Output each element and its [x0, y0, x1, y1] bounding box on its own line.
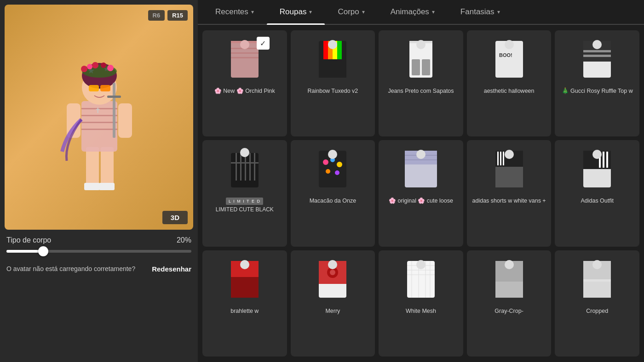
- svg-rect-76: [495, 167, 523, 187]
- list-item[interactable]: White Mesh: [379, 250, 463, 356]
- svg-rect-6: [81, 115, 117, 116]
- svg-point-104: [416, 260, 426, 269]
- slider-thumb[interactable]: [38, 246, 48, 256]
- list-item[interactable]: 🌸 original 🌸 cute loose: [379, 140, 463, 246]
- item-image-13: [393, 254, 448, 305]
- list-item[interactable]: Cropped: [555, 250, 639, 356]
- clothing-svg-7: [310, 146, 356, 192]
- item-label-1: 🌸 New 🌸 Orchid Pink: [214, 87, 275, 95]
- list-item[interactable]: Rainbow Tuxedo v2: [291, 30, 375, 136]
- svg-rect-1: [101, 147, 114, 188]
- svg-point-33: [240, 40, 249, 49]
- svg-point-94: [330, 270, 335, 275]
- list-item[interactable]: adidas shorts w white vans +: [467, 140, 552, 246]
- fantasias-arrow: ▾: [497, 9, 500, 15]
- list-item[interactable]: brahlette w: [202, 250, 287, 356]
- list-item[interactable]: BOO! aesthetic halloween: [467, 30, 552, 136]
- clothing-svg-8: [398, 146, 444, 192]
- svg-rect-31: [231, 52, 259, 54]
- svg-rect-107: [495, 282, 523, 298]
- clothing-svg-11: [222, 256, 268, 302]
- svg-rect-8: [81, 129, 117, 130]
- item-label-12: Merry: [325, 307, 340, 315]
- svg-rect-32: [231, 57, 259, 58]
- clothing-svg-10: [574, 146, 620, 192]
- avatar-error-text: O avatar não está carregando corretament…: [6, 265, 135, 274]
- svg-rect-7: [81, 122, 117, 123]
- 3d-button[interactable]: 3D: [162, 211, 188, 224]
- limited-badge: L I M I T E D: [226, 198, 263, 205]
- svg-rect-52: [583, 55, 611, 57]
- tab-roupas[interactable]: Roupas ▾: [267, 0, 325, 24]
- item-label-7: Macacão da Onze: [310, 197, 356, 205]
- slider-track[interactable]: [6, 250, 191, 253]
- list-item[interactable]: Jeans Preto com Sapatos: [379, 30, 463, 136]
- svg-point-20: [81, 66, 87, 72]
- svg-rect-59: [254, 153, 255, 181]
- clothing-svg-13: [398, 256, 444, 302]
- list-item[interactable]: L I M I T E D LIMITED CUTE BLACK: [202, 140, 287, 246]
- svg-point-24: [107, 65, 114, 71]
- list-item[interactable]: Macacão da Onze: [291, 140, 375, 246]
- left-panel: R6 R15: [0, 0, 198, 362]
- svg-rect-79: [503, 152, 504, 165]
- svg-rect-111: [583, 282, 611, 298]
- clothing-svg-4: BOO!: [486, 36, 532, 82]
- svg-point-95: [328, 260, 337, 269]
- svg-rect-0: [86, 147, 99, 188]
- svg-rect-38: [337, 41, 342, 59]
- list-item[interactable]: Merry: [291, 250, 375, 356]
- item-label-15: Cropped: [586, 307, 608, 315]
- svg-point-40: [328, 40, 337, 49]
- redesenhar-button[interactable]: Redesenhar: [152, 265, 191, 273]
- svg-point-22: [92, 62, 98, 68]
- tabs-bar: Recentes ▾ Roupas ▾ Corpo ▾ Animações ▾ …: [198, 0, 644, 25]
- item-image-6: [217, 144, 272, 194]
- list-item[interactable]: Adidas Outfit: [555, 140, 639, 246]
- body-type-row: Tipo de corpo 20%: [5, 230, 193, 248]
- svg-point-108: [505, 260, 514, 269]
- svg-point-45: [416, 40, 426, 49]
- svg-rect-26: [113, 83, 115, 138]
- tab-animacoes[interactable]: Animações ▾: [378, 0, 448, 24]
- body-type-label: Tipo de corpo: [6, 236, 51, 244]
- tab-recentes[interactable]: Recentes ▾: [202, 0, 267, 24]
- svg-rect-3: [99, 183, 115, 190]
- svg-point-90: [240, 260, 249, 269]
- slider-container: [5, 248, 193, 259]
- svg-point-23: [101, 62, 106, 68]
- clothing-svg-9: [486, 146, 532, 192]
- avatar-error-row: O avatar não está carregando corretament…: [5, 259, 193, 276]
- svg-point-21: [87, 64, 92, 69]
- right-panel: Recentes ▾ Roupas ▾ Corpo ▾ Animações ▾ …: [198, 0, 644, 362]
- item-image-11: [217, 254, 272, 305]
- animacoes-arrow: ▾: [432, 9, 435, 15]
- svg-rect-58: [249, 153, 251, 181]
- r6-badge[interactable]: R6: [148, 10, 165, 21]
- clothing-svg-6: [222, 146, 268, 192]
- item-image-2: [305, 34, 360, 85]
- svg-rect-78: [500, 152, 501, 165]
- roupas-arrow: ▾: [309, 9, 312, 15]
- tab-fantasias[interactable]: Fantasias ▾: [448, 0, 513, 24]
- svg-point-68: [328, 150, 337, 159]
- svg-rect-35: [323, 41, 328, 59]
- svg-text:✝: ✝: [95, 107, 101, 114]
- item-image-9: [482, 144, 537, 194]
- svg-rect-77: [497, 152, 499, 165]
- svg-rect-51: [583, 50, 611, 52]
- slider-fill: [6, 250, 43, 253]
- item-image-10: [569, 144, 625, 194]
- svg-rect-2: [84, 183, 100, 190]
- list-item[interactable]: 🎄 Gucci Rosy Ruffle Top w: [555, 30, 639, 136]
- list-item[interactable]: Gray-Crop-: [467, 250, 552, 356]
- svg-rect-14: [89, 85, 99, 91]
- svg-point-61: [240, 148, 249, 157]
- tab-corpo[interactable]: Corpo ▾: [325, 0, 377, 24]
- item-label-9: adidas shorts w white vans +: [472, 197, 546, 205]
- svg-rect-56: [240, 153, 242, 181]
- list-item[interactable]: ✓ 🌸 New 🌸 Orchid Pink: [202, 30, 287, 136]
- svg-rect-15: [100, 85, 110, 91]
- r15-badge[interactable]: R15: [167, 10, 188, 21]
- svg-rect-44: [422, 59, 430, 75]
